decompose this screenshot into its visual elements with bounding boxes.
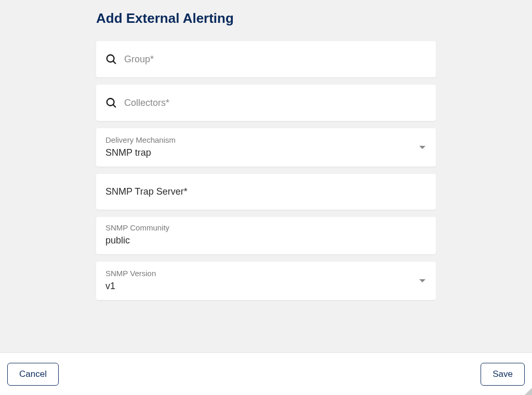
svg-line-3	[113, 105, 116, 107]
resize-handle-icon	[525, 388, 532, 395]
snmp-trap-server-input[interactable]: SNMP Trap Server*	[96, 174, 436, 210]
save-button[interactable]: Save	[481, 363, 525, 386]
snmp-community-field-card: SNMP Community public	[96, 217, 436, 254]
page-title: Add External Alerting	[96, 10, 436, 26]
footer-bar: Cancel Save	[0, 352, 532, 395]
collectors-input[interactable]	[124, 98, 427, 108]
snmp-version-label: SNMP Version	[105, 269, 427, 278]
delivery-mechanism-label: Delivery Mechanism	[105, 135, 427, 144]
snmp-community-value: public	[105, 235, 427, 246]
snmp-version-select[interactable]: SNMP Version v1	[96, 262, 436, 300]
chevron-down-icon	[419, 279, 425, 282]
delivery-mechanism-select[interactable]: Delivery Mechanism SNMP trap	[96, 128, 436, 167]
snmp-community-input[interactable]: SNMP Community public	[96, 217, 436, 254]
svg-line-1	[113, 61, 116, 64]
group-input[interactable]	[124, 54, 427, 65]
group-field-card	[96, 41, 436, 77]
snmp-trap-server-field-card: SNMP Trap Server*	[96, 174, 436, 210]
cancel-button[interactable]: Cancel	[7, 363, 59, 386]
snmp-version-value: v1	[105, 281, 427, 292]
search-icon	[105, 53, 117, 65]
collectors-field-card	[96, 85, 436, 121]
snmp-version-field-card: SNMP Version v1	[96, 262, 436, 300]
snmp-community-label: SNMP Community	[105, 223, 427, 232]
delivery-mechanism-value: SNMP trap	[105, 147, 427, 158]
snmp-trap-server-label: SNMP Trap Server*	[105, 186, 427, 197]
chevron-down-icon	[419, 146, 425, 149]
search-icon	[105, 97, 117, 108]
delivery-mechanism-field-card: Delivery Mechanism SNMP trap	[96, 128, 436, 167]
